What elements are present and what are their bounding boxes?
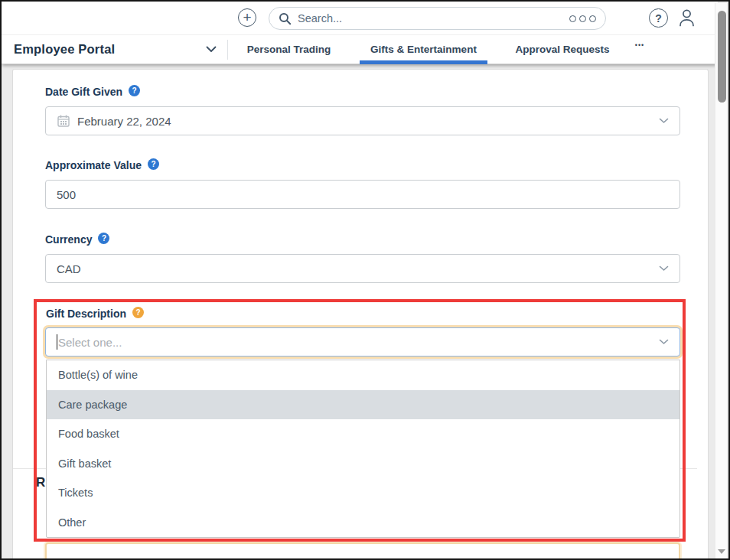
- calendar-icon: [57, 114, 70, 128]
- gift-description-dropdown: Bottle(s) of wine Care package Food bask…: [46, 360, 680, 538]
- chevron-down-icon: [659, 339, 669, 345]
- help-icon[interactable]: ?: [148, 158, 159, 170]
- nav-divider: [227, 40, 228, 60]
- approximate-value-label: Approximate Value ?: [45, 159, 159, 171]
- tab-gifts-entertainment[interactable]: Gifts & Entertainment: [360, 35, 487, 63]
- nav-row: Employee Portal Personal Trading Gifts &…: [2, 35, 718, 64]
- option-bottles-of-wine[interactable]: Bottle(s) of wine: [47, 360, 679, 390]
- approximate-value-input[interactable]: 500: [45, 180, 680, 209]
- more-tabs-icon[interactable]: •••: [631, 41, 649, 55]
- search-icon: [279, 12, 292, 25]
- option-care-package[interactable]: Care package: [47, 390, 679, 420]
- chevron-down-icon: [206, 46, 217, 53]
- combobox-placeholder: Select one...: [58, 336, 122, 349]
- help-circle-icon[interactable]: ?: [649, 8, 668, 28]
- portal-label: Employee Portal: [14, 42, 115, 57]
- value-text: 500: [57, 188, 76, 201]
- currency-select[interactable]: CAD: [45, 254, 680, 283]
- option-tickets[interactable]: Tickets: [47, 478, 679, 508]
- next-field-input[interactable]: [45, 542, 680, 560]
- option-gift-basket[interactable]: Gift basket: [47, 449, 679, 479]
- plus-circle-icon[interactable]: +: [238, 8, 256, 27]
- topbar: + Search... ?: [2, 2, 718, 35]
- chevron-down-icon: [659, 265, 669, 272]
- option-other[interactable]: Other: [47, 508, 679, 538]
- form-card: Date Gift Given ? February 22, 2024 Appr…: [12, 69, 709, 560]
- help-icon[interactable]: ?: [98, 233, 109, 244]
- gift-description-combobox[interactable]: Select one...: [45, 327, 680, 357]
- option-food-basket[interactable]: Food basket: [47, 419, 679, 449]
- currency-value: CAD: [57, 262, 81, 275]
- date-gift-given-label: Date Gift Given ?: [45, 86, 140, 98]
- tab-approval-requests[interactable]: Approval Requests: [507, 35, 618, 63]
- scrollbar-thumb[interactable]: [718, 11, 726, 103]
- help-icon[interactable]: ?: [129, 85, 140, 96]
- user-icon[interactable]: [676, 7, 697, 28]
- help-icon[interactable]: ?: [132, 307, 144, 318]
- scrollbar-down-arrow-icon[interactable]: [718, 549, 725, 554]
- header: + Search... ? Employee Portal: [2, 2, 718, 64]
- date-gift-given-input[interactable]: February 22, 2024: [45, 106, 680, 135]
- search-input[interactable]: Search...: [269, 7, 606, 30]
- scrollbar[interactable]: [715, 3, 727, 560]
- tab-personal-trading[interactable]: Personal Trading: [237, 35, 341, 63]
- active-tab-underline: [360, 60, 487, 64]
- app-window: + Search... ? Employee Portal: [0, 0, 730, 560]
- text-caret: [57, 334, 57, 350]
- ellipsis-circles-icon[interactable]: [569, 15, 596, 22]
- date-value: February 22, 2024: [77, 115, 171, 128]
- clipped-section-heading: R: [36, 475, 45, 490]
- gift-description-label: Gift Description ?: [46, 308, 144, 320]
- portal-selector[interactable]: Employee Portal: [14, 35, 227, 63]
- currency-label: Currency ?: [45, 233, 109, 246]
- search-placeholder: Search...: [298, 12, 563, 24]
- chevron-down-icon: [659, 118, 669, 124]
